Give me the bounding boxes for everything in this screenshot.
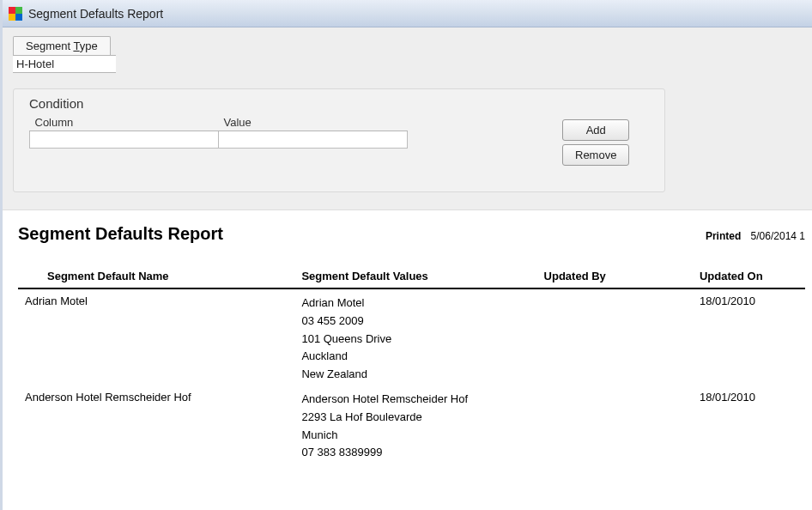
cell-name: Anderson Hotel Remscheider Hof	[18, 386, 294, 464]
cell-name: Adrian Motel	[18, 288, 294, 386]
printed-label: Printed	[706, 230, 741, 242]
window-title: Segment Defaults Report	[28, 7, 163, 21]
cell-updated-on: 18/01/2010	[693, 288, 805, 386]
col-header-values: Segment Default Values	[294, 266, 536, 288]
condition-column-input[interactable]	[30, 132, 218, 148]
condition-grid: Column Value	[29, 114, 408, 149]
cell-values: Adrian Motel03 455 2009101 Queens DriveA…	[294, 288, 536, 386]
report-table: Segment Default Name Segment Default Val…	[18, 266, 805, 464]
value-line: Anderson Hotel Remscheider Hof	[301, 391, 530, 409]
segment-type-label-accel: T	[73, 39, 79, 52]
col-header-updated-by: Updated By	[537, 266, 693, 288]
printed-value: 5/06/2014 1	[751, 230, 805, 242]
table-row: Adrian MotelAdrian Motel03 455 2009101 Q…	[18, 288, 805, 386]
value-line: 2293 La Hof Boulevarde	[301, 409, 530, 427]
condition-row	[30, 131, 408, 149]
svg-rect-1	[15, 7, 22, 14]
svg-rect-2	[9, 14, 15, 21]
condition-title: Condition	[29, 96, 649, 111]
svg-rect-3	[15, 14, 22, 21]
value-line: Adrian Motel	[301, 294, 530, 313]
cell-updated-on: 18/01/2010	[693, 386, 805, 464]
app-icon	[8, 6, 23, 21]
remove-button[interactable]: Remove	[562, 144, 629, 166]
printed-stamp: Printed 5/06/2014 1	[706, 230, 805, 242]
segment-type-label-pre: Segment	[26, 39, 73, 52]
segment-type-value[interactable]: H-Hotel	[13, 55, 116, 73]
col-header-updated-on: Updated On	[693, 266, 805, 288]
cell-updated-by	[537, 288, 693, 386]
condition-value-input[interactable]	[219, 132, 407, 148]
cell-updated-by	[537, 386, 693, 464]
filter-panel: Segment Type H-Hotel Condition Column Va…	[3, 27, 812, 210]
cell-values: Anderson Hotel Remscheider Hof2293 La Ho…	[294, 386, 536, 464]
svg-rect-0	[9, 7, 15, 14]
report-area: Segment Defaults Report Printed 5/06/201…	[3, 210, 812, 471]
value-line: Auckland	[301, 348, 530, 366]
table-row: Anderson Hotel Remscheider HofAnderson H…	[18, 386, 805, 464]
value-line: New Zealand	[301, 366, 530, 384]
add-button[interactable]: Add	[562, 119, 629, 141]
condition-col-column: Column	[30, 114, 219, 131]
condition-group: Condition Column Value Add R	[13, 88, 665, 192]
report-title: Segment Defaults Report	[18, 224, 223, 244]
value-line: 03 455 2009	[301, 313, 530, 331]
segment-type-label-post: ype	[80, 39, 98, 52]
segment-type-tab[interactable]: Segment Type	[13, 36, 111, 55]
value-line: 101 Queens Drive	[301, 331, 530, 349]
window-titlebar: Segment Defaults Report	[3, 0, 812, 27]
col-header-name: Segment Default Name	[18, 266, 294, 288]
condition-col-value: Value	[219, 114, 408, 131]
value-line: Munich	[301, 427, 530, 445]
value-line: 07 383 8389999	[301, 444, 530, 462]
